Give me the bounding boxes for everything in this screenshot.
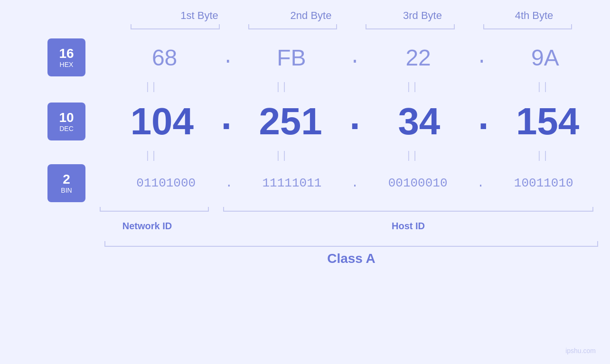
hex-byte-1: 68: [109, 45, 220, 71]
eq1-1: ||: [93, 81, 209, 93]
host-id-label: Host ID: [223, 221, 593, 232]
hex-dot-3: .: [476, 47, 488, 68]
main-container: 1st Byte 2nd Byte 3rd Byte 4th Byte: [0, 0, 610, 364]
eq2-4: ||: [484, 150, 601, 162]
bin-base-label: BIN: [61, 187, 72, 194]
bin-byte-3: 00100010: [361, 176, 475, 190]
bin-byte-2: 11111011: [235, 176, 349, 190]
hex-base-number: 16: [59, 47, 74, 61]
bin-base-number: 2: [63, 172, 70, 187]
dec-dot-2: .: [343, 97, 366, 140]
dec-dot-3: .: [472, 97, 495, 140]
bin-byte-1: 01101000: [109, 176, 223, 190]
hex-byte-3: 22: [363, 45, 474, 71]
class-label: Class A: [104, 251, 598, 266]
byte-header-4: 4th Byte: [486, 9, 583, 22]
byte-header-2: 2nd Byte: [263, 9, 360, 22]
eq2-1: ||: [93, 150, 209, 162]
dec-base-number: 10: [59, 111, 74, 125]
byte-header-3: 3rd Byte: [374, 9, 471, 22]
eq1-2: ||: [223, 81, 339, 93]
eq2-3: ||: [354, 150, 470, 162]
dec-dot-1: .: [215, 97, 238, 140]
watermark: ipshu.com: [565, 347, 596, 355]
hex-base-label: HEX: [60, 61, 74, 68]
eq2-2: ||: [223, 150, 339, 162]
hex-dot-1: .: [222, 47, 234, 68]
hex-dot-2: .: [349, 47, 360, 68]
bin-dot-3: .: [477, 176, 485, 190]
byte-header-1: 1st Byte: [151, 9, 248, 22]
eq1-4: ||: [484, 81, 601, 93]
hex-byte-4: 9A: [490, 45, 601, 71]
dec-badge: 10 DEC: [47, 103, 85, 140]
hex-byte-2: FB: [236, 45, 347, 71]
network-id-label: Network ID: [93, 221, 202, 232]
bin-byte-4: 10011010: [487, 176, 601, 190]
eq1-3: ||: [354, 81, 470, 93]
dec-base-label: DEC: [59, 125, 74, 132]
dec-byte-3: 34: [366, 100, 472, 143]
bin-badge: 2 BIN: [47, 164, 85, 202]
bin-dot-2: .: [351, 176, 359, 190]
dec-byte-2: 251: [238, 100, 344, 143]
hex-badge: 16 HEX: [47, 38, 85, 76]
bin-dot-1: .: [225, 176, 233, 190]
dec-byte-4: 154: [495, 100, 601, 143]
dec-byte-1: 104: [109, 100, 215, 143]
